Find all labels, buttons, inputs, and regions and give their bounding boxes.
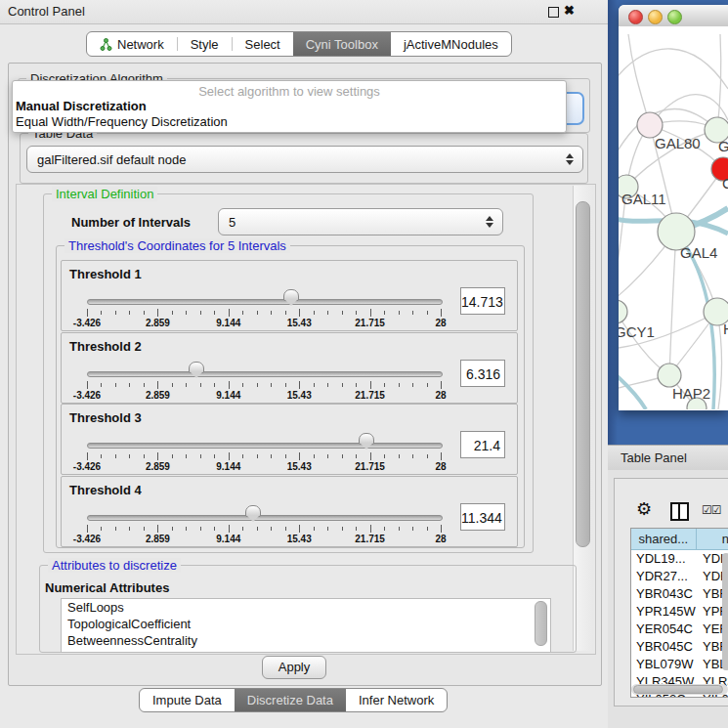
table-data-combobox[interactable]: galFiltered.sif default node xyxy=(26,146,583,173)
tick-mark xyxy=(327,383,328,387)
table-hscrollbar-thumb[interactable] xyxy=(633,685,723,694)
tick-mark xyxy=(144,454,145,458)
attribute-list-item[interactable]: SelfLoops xyxy=(62,599,550,616)
tab-label: Discretize Data xyxy=(247,693,333,707)
tick-mark xyxy=(441,309,442,317)
tick-mark xyxy=(342,311,343,315)
node-hap2[interactable] xyxy=(658,364,681,387)
table-column-header[interactable]: shared... xyxy=(631,529,697,550)
tab-label: Style xyxy=(191,37,219,52)
tab-network[interactable]: Network xyxy=(87,32,177,56)
node-gcy1[interactable] xyxy=(619,300,627,323)
table-row[interactable]: YBR045CYBR0 xyxy=(631,638,728,656)
table-panel-bar: Table Panel xyxy=(608,445,728,472)
tick-mark xyxy=(172,383,173,387)
table-row[interactable]: YBL079WYBL0 xyxy=(631,656,728,673)
table-vscrollbar-thumb[interactable] xyxy=(722,553,728,670)
table-row[interactable]: YER054CYER0 xyxy=(631,621,728,638)
dropdown-option[interactable]: Manual Discretization xyxy=(16,99,563,114)
table-hscrollbar-track[interactable] xyxy=(631,684,728,695)
node-label-hap2: HAP2 xyxy=(672,385,710,402)
table-row[interactable]: YPR145WYPR1 xyxy=(631,603,728,621)
attributes-group-title: Attributes to discretize xyxy=(48,558,181,573)
slider-track[interactable] xyxy=(87,299,443,305)
tick-mark xyxy=(186,527,187,531)
tab-select[interactable]: Select xyxy=(233,32,293,56)
table-row[interactable]: YBR043CYBR0 xyxy=(631,585,728,603)
tick-mark xyxy=(186,311,187,315)
dropdown-placeholder-option[interactable]: Select algorithm to view settings xyxy=(13,84,566,99)
tick-mark xyxy=(242,527,243,531)
slider-track[interactable] xyxy=(87,515,443,521)
slider-thumb[interactable] xyxy=(245,505,261,517)
bottom-tab-discretize-data[interactable]: Discretize Data xyxy=(235,689,346,711)
attributes-list-scrollbar[interactable] xyxy=(535,601,547,646)
network-icon xyxy=(100,38,112,51)
tick-mark xyxy=(229,381,230,389)
tick-mark xyxy=(370,525,371,533)
tick-mark xyxy=(271,383,272,387)
tick-mark xyxy=(399,527,400,531)
minimize-traffic-light-icon[interactable] xyxy=(648,10,663,24)
tick-mark xyxy=(384,527,385,531)
tick-mark xyxy=(172,311,173,315)
tick-mark xyxy=(87,381,88,389)
threshold-value-field[interactable]: 6.316 xyxy=(460,360,505,387)
tab-label: jActiveMNodules xyxy=(404,37,498,52)
table-data-value: galFiltered.sif default node xyxy=(37,152,186,167)
slider-thumb[interactable] xyxy=(283,289,299,301)
tick-label: 21.715 xyxy=(355,318,385,328)
slider-ticks xyxy=(87,525,441,533)
tick-label: 21.715 xyxy=(355,534,385,544)
vertical-scrollbar-thumb[interactable] xyxy=(576,201,590,547)
threshold-value-field[interactable]: 21.4 xyxy=(460,431,505,458)
table-column-header[interactable]: n xyxy=(697,529,728,550)
gear-icon[interactable]: ⚙ xyxy=(636,500,652,518)
slider-thumb[interactable] xyxy=(189,362,204,373)
dropdown-option[interactable]: Equal Width/Frequency Discretization xyxy=(16,114,563,130)
tick-mark xyxy=(186,383,187,387)
slider-track[interactable] xyxy=(87,371,443,377)
tick-mark xyxy=(157,525,158,533)
slider-ticks xyxy=(87,452,441,460)
panel-title: Control Panel xyxy=(8,4,85,19)
tick-mark xyxy=(441,525,442,533)
table-cell: YDR27... xyxy=(631,568,700,585)
network-canvas[interactable]: GAL80GACGAL11GAL4GCY1HHAP2 xyxy=(619,26,728,409)
threshold-value-field[interactable]: 11.344 xyxy=(460,503,505,531)
num-intervals-combobox[interactable]: 5 xyxy=(218,208,503,236)
tick-mark xyxy=(257,527,258,531)
threshold-label: Threshold 2 xyxy=(69,339,142,354)
tick-mark xyxy=(229,452,230,460)
tick-mark xyxy=(427,311,428,315)
tick-mark xyxy=(285,454,286,458)
bottom-tab-infer-network[interactable]: Infer Network xyxy=(346,689,447,711)
tick-mark xyxy=(427,383,428,387)
select-all-columns-icon[interactable]: ☑☑ xyxy=(702,503,721,517)
tick-mark xyxy=(427,454,428,458)
attribute-list-item[interactable]: TopologicalCoefficient xyxy=(62,616,550,632)
node-label-gal11: GAL11 xyxy=(621,191,666,207)
tab-jactivemnodules[interactable]: jActiveMNodules xyxy=(391,32,511,56)
float-window-icon[interactable] xyxy=(548,7,559,18)
tick-label: 15.43 xyxy=(287,461,312,472)
table-row[interactable]: YDR27...YDR2 xyxy=(631,568,728,585)
threshold-value-field[interactable]: 14.713 xyxy=(460,287,505,315)
show-columns-icon[interactable] xyxy=(670,502,689,521)
slider-thumb[interactable] xyxy=(359,433,374,445)
tick-mark xyxy=(327,454,328,458)
bottom-tab-impute-data[interactable]: Impute Data xyxy=(140,689,235,711)
slider-track[interactable] xyxy=(87,443,443,449)
network-window-titlebar[interactable] xyxy=(619,5,728,27)
tab-cyni-toolbox[interactable]: Cyni Toolbox xyxy=(293,32,391,56)
table-row[interactable]: YDL19...YDL1 xyxy=(631,550,728,568)
tab-style[interactable]: Style xyxy=(178,32,232,56)
apply-button[interactable]: Apply xyxy=(262,656,326,679)
close-traffic-light-icon[interactable] xyxy=(628,10,643,24)
attributes-list[interactable]: SelfLoopsTopologicalCoefficientBetweenne… xyxy=(61,598,551,653)
zoom-traffic-light-icon[interactable] xyxy=(667,10,682,24)
tick-mark xyxy=(186,454,187,458)
close-icon[interactable]: ✖ xyxy=(564,3,575,18)
slider-ticks xyxy=(87,309,441,317)
attribute-list-item[interactable]: BetweennessCentrality xyxy=(62,632,550,649)
